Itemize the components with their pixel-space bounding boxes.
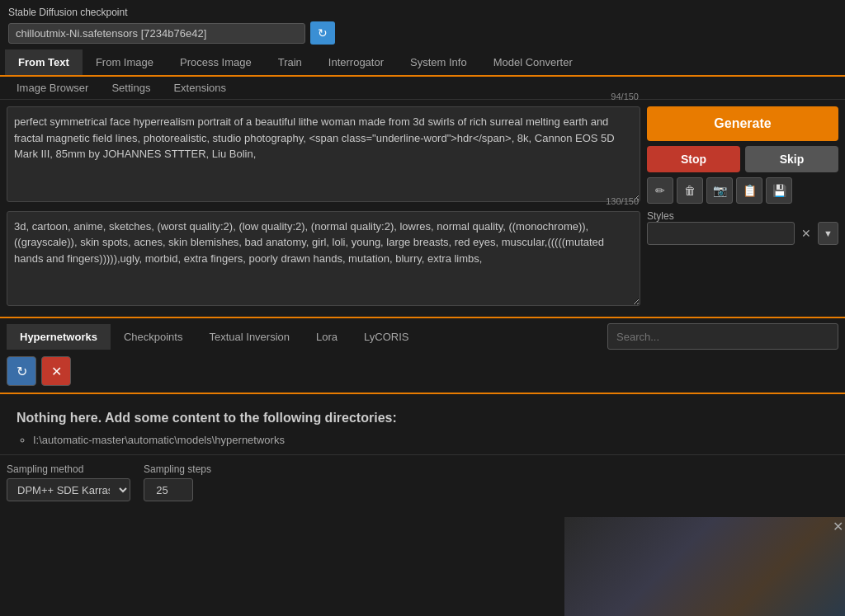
negative-prompt-textarea[interactable]: 3d, cartoon, anime, sketches, (worst qua… bbox=[7, 211, 640, 307]
tab-train[interactable]: Train bbox=[265, 49, 315, 75]
styles-label: Styles bbox=[647, 210, 838, 222]
camera-icon-button[interactable]: 📷 bbox=[706, 177, 733, 204]
sampling-method-select[interactable]: DPM++ SDE Karras Euler a DDIM bbox=[7, 478, 130, 501]
content-area: 94/150 perfect symmetrical face hyperrea… bbox=[0, 100, 845, 501]
styles-input[interactable] bbox=[647, 222, 795, 245]
tab-model-converter[interactable]: Model Converter bbox=[480, 49, 586, 75]
hyper-close-icon-button[interactable]: ✕ bbox=[41, 356, 71, 386]
hyper-icons-row: ↻ ✕ bbox=[0, 350, 845, 393]
positive-prompt-textarea[interactable]: perfect symmetrical face hyperrealism po… bbox=[7, 106, 640, 202]
tab-interrogator[interactable]: Interrogator bbox=[315, 49, 397, 75]
styles-dropdown-button[interactable]: ▼ bbox=[818, 222, 838, 245]
nothing-section: Nothing here. Add some content to the fo… bbox=[0, 394, 845, 454]
image-preview: ✕ bbox=[564, 517, 845, 616]
hyper-tab-hypernetworks[interactable]: Hypernetworks bbox=[7, 324, 111, 350]
checkpoint-select[interactable]: chilloutmix-Ni.safetensors [7234b76e42] bbox=[8, 23, 305, 44]
positive-prompt-counter: 94/150 bbox=[611, 92, 639, 101]
tab-image-browser[interactable]: Image Browser bbox=[5, 77, 100, 99]
hyper-tab-lora[interactable]: Lora bbox=[303, 324, 351, 350]
nothing-title: Nothing here. Add some content to the fo… bbox=[17, 411, 828, 426]
hyper-tab-checkpoints[interactable]: Checkpoints bbox=[111, 324, 196, 350]
pencil-icon-button[interactable]: ✏ bbox=[647, 177, 673, 204]
hyper-tabs-row: Hypernetworks Checkpoints Textual Invers… bbox=[0, 318, 845, 350]
clipboard-icon-button[interactable]: 📋 bbox=[736, 177, 762, 204]
tab-extensions[interactable]: Extensions bbox=[162, 77, 238, 99]
nothing-path-item: I:\automatic-master\automatic\models\hyp… bbox=[33, 434, 828, 446]
checkpoint-label: Stable Diffusion checkpoint bbox=[8, 7, 837, 18]
tab-system-info[interactable]: System Info bbox=[397, 49, 480, 75]
sampling-steps-input[interactable] bbox=[144, 478, 193, 501]
floppy-icon-button[interactable]: 💾 bbox=[766, 177, 792, 204]
main-tabs: From Text From Image Process Image Train… bbox=[0, 49, 845, 77]
hyper-refresh-icon-button[interactable]: ↻ bbox=[7, 356, 36, 386]
stop-skip-row: Stop Skip bbox=[647, 146, 838, 172]
bottom-section: Sampling method DPM++ SDE Karras Euler a… bbox=[0, 454, 845, 501]
styles-clear-button[interactable]: ✕ bbox=[798, 227, 814, 240]
positive-prompt-wrapper: 94/150 perfect symmetrical face hyperrea… bbox=[7, 106, 640, 205]
styles-select-row: ✕ ▼ bbox=[647, 222, 838, 245]
checkpoint-refresh-button[interactable]: ↻ bbox=[310, 21, 335, 45]
tab-process-image[interactable]: Process Image bbox=[167, 49, 265, 75]
sampling-method-label: Sampling method bbox=[7, 463, 130, 475]
trash-icon-button[interactable]: 🗑 bbox=[677, 177, 703, 204]
checkpoint-row: chilloutmix-Ni.safetensors [7234b76e42] … bbox=[8, 21, 837, 45]
generate-button[interactable]: Generate bbox=[647, 106, 838, 141]
tab-from-image[interactable]: From Image bbox=[83, 49, 167, 75]
sampling-steps-group: Sampling steps bbox=[144, 463, 211, 501]
prompt-left: 94/150 perfect symmetrical face hyperrea… bbox=[7, 106, 640, 308]
hyper-tab-textual-inversion[interactable]: Textual Inversion bbox=[196, 324, 303, 350]
tab-settings[interactable]: Settings bbox=[100, 77, 162, 99]
negative-prompt-counter: 130/150 bbox=[606, 196, 639, 206]
prompt-section: 94/150 perfect symmetrical face hyperrea… bbox=[0, 100, 845, 308]
checkpoint-section: Stable Diffusion checkpoint chilloutmix-… bbox=[0, 0, 845, 49]
prompt-right: Generate Stop Skip ✏ 🗑 📷 📋 💾 Styles ✕ ▼ bbox=[640, 106, 838, 308]
tab-from-text[interactable]: From Text bbox=[5, 49, 83, 75]
image-preview-close-button[interactable]: ✕ bbox=[833, 519, 843, 534]
styles-section: Styles ✕ ▼ bbox=[647, 209, 838, 245]
icon-toolbar: ✏ 🗑 📷 📋 💾 bbox=[647, 177, 838, 204]
stop-button[interactable]: Stop bbox=[647, 146, 740, 172]
sampling-steps-label: Sampling steps bbox=[144, 463, 211, 475]
negative-prompt-wrapper: 130/150 3d, cartoon, anime, sketches, (w… bbox=[7, 211, 640, 309]
hyper-search-input[interactable] bbox=[607, 323, 838, 350]
sampling-method-group: Sampling method DPM++ SDE Karras Euler a… bbox=[7, 463, 130, 501]
nothing-path-list: I:\automatic-master\automatic\models\hyp… bbox=[17, 434, 828, 446]
hyper-tab-lycoris[interactable]: LyCORIS bbox=[351, 324, 422, 350]
skip-button[interactable]: Skip bbox=[745, 146, 838, 172]
second-tabs: Image Browser Settings Extensions bbox=[0, 77, 845, 100]
